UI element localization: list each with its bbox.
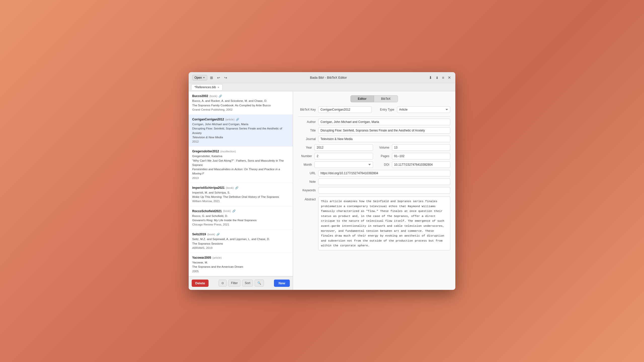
entry-journal: Femininities and Masculinities in Action… bbox=[192, 167, 289, 176]
note-label: Note bbox=[298, 180, 316, 184]
tab-references[interactable]: *References.bib ✕ bbox=[191, 84, 223, 90]
note-input[interactable] bbox=[318, 178, 450, 185]
list-item[interactable]: Gregersdotter2012 (incollection) Gregers… bbox=[189, 147, 293, 183]
redo-button[interactable]: ↪ bbox=[223, 75, 228, 80]
entry-publisher: Chicago Review Press, 2021 bbox=[192, 222, 289, 227]
tab-editor[interactable]: Editor bbox=[350, 95, 374, 102]
entry-list: Bucco2002 (book) 🔗 Bucco, A. and Rucker,… bbox=[189, 91, 293, 276]
tab-close-icon[interactable]: ✕ bbox=[217, 86, 219, 89]
entry-header: Bucco2002 (book) 🔗 bbox=[192, 94, 289, 98]
bibtex-meta-row: BibTeX Key Entry Type Article Book InCol… bbox=[298, 106, 450, 113]
entry-key: ImperioliSchirripa2021 bbox=[192, 186, 225, 190]
year-volume-row: Year Volume bbox=[298, 144, 450, 151]
tab-label: *References.bib bbox=[194, 85, 216, 89]
entry-header: Gregersdotter2012 (incollection) bbox=[192, 149, 289, 154]
title-input[interactable] bbox=[318, 127, 450, 134]
list-item[interactable]: Yacowar2005 (article) Yacowar, M. The So… bbox=[189, 253, 293, 276]
author-input[interactable] bbox=[318, 119, 450, 125]
entry-year2: 2005 bbox=[192, 269, 289, 274]
open-label: Open bbox=[194, 76, 202, 79]
keywords-row: Keywords bbox=[298, 187, 450, 194]
keywords-input[interactable] bbox=[318, 187, 450, 194]
sort-label: Sort bbox=[245, 281, 250, 285]
entry-author: Gregersdotter, Katarina bbox=[192, 154, 289, 158]
entry-header: Seitz2019 (book) 🔗 bbox=[192, 232, 289, 237]
menu-button[interactable]: ≡ bbox=[441, 75, 445, 80]
divider bbox=[298, 116, 450, 117]
entry-publisher: Grand Central Publishing, 2002 bbox=[192, 108, 289, 112]
download-button[interactable]: ⬇ bbox=[428, 75, 433, 81]
redo-icon: ↪ bbox=[224, 76, 227, 80]
year-label: Year bbox=[298, 146, 312, 149]
list-item[interactable]: Bucco2002 (book) 🔗 Bucco, A. and Rucker,… bbox=[189, 91, 293, 115]
undo-button[interactable]: ↩ bbox=[216, 75, 221, 80]
close-button[interactable]: ✕ bbox=[447, 75, 452, 81]
pages-input[interactable] bbox=[392, 153, 451, 159]
abstract-label: Abstract bbox=[298, 197, 316, 250]
entry-header: RoccoSchofield2021 (book) 🔗 bbox=[192, 209, 289, 213]
undo-icon: ↩ bbox=[217, 76, 220, 80]
toolbar-right: New bbox=[274, 280, 290, 287]
doi-input[interactable] bbox=[392, 161, 451, 168]
open-button[interactable]: Open ▼ bbox=[192, 75, 207, 80]
volume-row: Volume bbox=[376, 144, 451, 151]
toolbar-center: ⊙ Filter Sort 🔍 bbox=[219, 280, 264, 287]
link-icon: 🔗 bbox=[232, 209, 236, 213]
open-dropdown-icon: ▼ bbox=[203, 76, 205, 79]
journal-input[interactable] bbox=[318, 136, 450, 142]
entry-publisher: ABRAMS, 2019 bbox=[192, 246, 289, 250]
entry-type: (book) bbox=[209, 94, 217, 98]
download-alt-button[interactable]: ⬇ bbox=[435, 75, 439, 80]
list-item[interactable]: RoccoSchofield2021 (book) 🔗 Rocco, G. an… bbox=[189, 206, 293, 230]
url-label: URL bbox=[298, 171, 316, 175]
entry-key: Yacowar2005 bbox=[192, 255, 211, 260]
keywords-label: Keywords bbox=[298, 189, 316, 192]
entry-type: (book) bbox=[223, 209, 231, 213]
left-panel: Bucco2002 (book) 🔗 Bucco, A. and Rucker,… bbox=[189, 91, 293, 290]
filter-button[interactable]: Filter bbox=[228, 280, 240, 287]
number-input[interactable] bbox=[314, 153, 373, 159]
link-icon: 🔗 bbox=[219, 94, 222, 98]
url-input[interactable] bbox=[318, 170, 450, 176]
search-button[interactable]: 🔍 bbox=[255, 280, 264, 287]
number-pages-row: Number Pages bbox=[298, 153, 450, 159]
month-select[interactable]: JanuaryFebruaryMarch AprilMayJune JulyAu… bbox=[314, 161, 373, 168]
new-button[interactable]: New bbox=[274, 280, 290, 287]
entry-key: RoccoSchofield2021 bbox=[192, 209, 222, 213]
abstract-row: Abstract This article examines how the S… bbox=[298, 197, 450, 250]
target-button[interactable]: ⊙ bbox=[219, 280, 227, 287]
entry-key: Seitz2019 bbox=[192, 232, 206, 237]
list-item[interactable]: CorriganCorrigan2012 (article) 🔗 Corriga… bbox=[189, 115, 293, 147]
entry-type-select[interactable]: Article Book InCollection InProceedings … bbox=[397, 106, 451, 113]
doi-label: DOI bbox=[376, 163, 389, 166]
titlebar-left: Open ▼ ⊞ ↩ ↪ bbox=[192, 75, 228, 80]
editor-tabs: Editor BibTeX bbox=[298, 95, 450, 102]
entry-title: Woke Up This Morning: The Definitive Ora… bbox=[192, 195, 289, 199]
download-alt-icon: ⬇ bbox=[436, 76, 438, 80]
volume-label: Volume bbox=[376, 146, 389, 149]
toolbar-left: Delete bbox=[192, 280, 209, 287]
list-item[interactable]: Seitz2019 (book) 🔗 Seitz, M.Z. and Sepin… bbox=[189, 230, 293, 253]
titlebar: Open ▼ ⊞ ↩ ↪ Bada Bib! - BibTeX Editor ⬇… bbox=[189, 72, 455, 83]
entry-year: 2012 bbox=[192, 140, 289, 144]
entry-title: The Sopranos Family Cookbook: As Compile… bbox=[192, 103, 289, 108]
volume-input[interactable] bbox=[392, 144, 451, 151]
entry-title: "Why Can't We Just Get Along?" : Fathers… bbox=[192, 159, 289, 167]
sort-button[interactable]: Sort bbox=[242, 280, 253, 287]
month-doi-row: Month JanuaryFebruaryMarch AprilMayJune … bbox=[298, 161, 450, 168]
pages-row: Pages bbox=[376, 153, 451, 159]
year-input[interactable] bbox=[314, 144, 373, 151]
bibtex-key-input[interactable] bbox=[318, 106, 372, 113]
search-icon: 🔍 bbox=[257, 281, 261, 285]
entry-type: (article) bbox=[212, 256, 222, 260]
link-icon: 🔗 bbox=[216, 232, 220, 237]
entry-type: (book) bbox=[207, 232, 215, 237]
entry-key: Bucco2002 bbox=[192, 94, 208, 98]
note-row: Note bbox=[298, 178, 450, 185]
list-item[interactable]: ImperioliSchirripa2021 (book) 🔗 Imperiol… bbox=[189, 183, 293, 206]
tab-bibtex[interactable]: BibTeX bbox=[374, 95, 398, 102]
delete-button[interactable]: Delete bbox=[192, 280, 209, 287]
title-label: Title bbox=[298, 129, 316, 132]
entry-author: Rocco, G. and Schofield, D. bbox=[192, 214, 289, 218]
add-tab-button[interactable]: ⊞ bbox=[209, 75, 214, 80]
